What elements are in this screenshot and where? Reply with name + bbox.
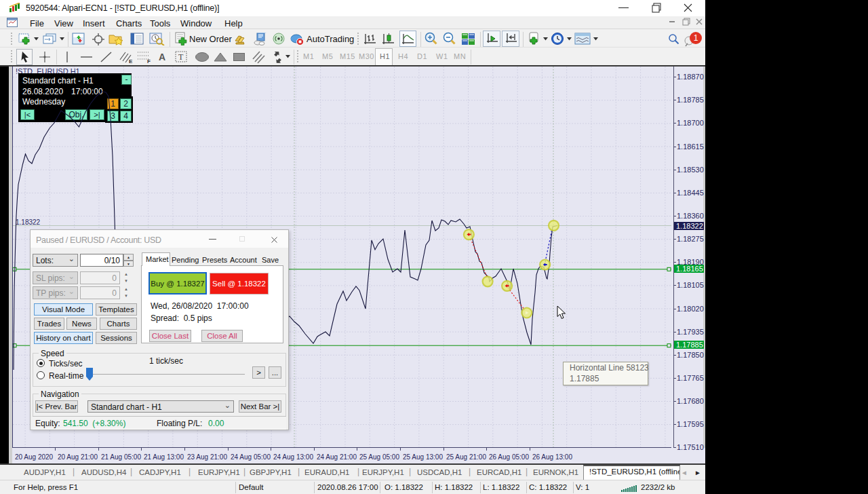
svg-text:F: F xyxy=(147,58,151,64)
svg-text:T: T xyxy=(178,52,184,62)
svg-text:1: 1 xyxy=(694,33,698,43)
svg-text:E: E xyxy=(129,58,133,64)
